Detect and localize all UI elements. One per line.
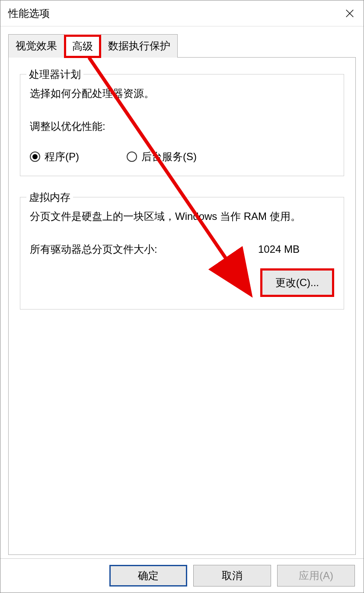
- processor-scheduling-group: 处理器计划 选择如何分配处理器资源。 调整以优化性能: 程序(P) 后台服务(S…: [20, 74, 344, 176]
- tab-dep[interactable]: 数据执行保护: [101, 34, 178, 58]
- radio-background-label: 后台服务(S): [141, 150, 197, 164]
- tab-advanced[interactable]: 高级: [64, 35, 101, 58]
- separator: [0, 558, 364, 559]
- radio-background[interactable]: 后台服务(S): [127, 150, 197, 164]
- titlebar: 性能选项: [0, 0, 364, 26]
- tab-visual-effects[interactable]: 视觉效果: [8, 34, 64, 58]
- close-icon: [345, 9, 354, 18]
- tab-bar: 视觉效果 高级 数据执行保护: [8, 34, 356, 58]
- radio-icon: [30, 151, 40, 162]
- processor-adjust-label: 调整以优化性能:: [30, 119, 334, 133]
- radio-programs[interactable]: 程序(P): [30, 150, 79, 164]
- vm-legend: 虚拟内存: [26, 190, 73, 204]
- processor-desc: 选择如何分配处理器资源。: [30, 87, 334, 100]
- cancel-button[interactable]: 取消: [193, 565, 271, 587]
- dialog-body: 视觉效果 高级 数据执行保护 处理器计划 选择如何分配处理器资源。 调整以优化性…: [0, 26, 364, 555]
- tab-content-advanced: 处理器计划 选择如何分配处理器资源。 调整以优化性能: 程序(P) 后台服务(S…: [8, 57, 356, 555]
- processor-legend: 处理器计划: [26, 68, 83, 81]
- radio-programs-label: 程序(P): [45, 150, 79, 164]
- vm-desc: 分页文件是硬盘上的一块区域，Windows 当作 RAM 使用。: [30, 209, 334, 223]
- window-title: 性能选项: [8, 6, 50, 20]
- vm-total-value: 1024 MB: [258, 243, 334, 255]
- dialog-button-row: 确定 取消 应用(A): [109, 565, 355, 587]
- virtual-memory-group: 虚拟内存 分页文件是硬盘上的一块区域，Windows 当作 RAM 使用。 所有…: [20, 197, 344, 309]
- apply-button: 应用(A): [277, 565, 355, 587]
- ok-button[interactable]: 确定: [109, 565, 187, 587]
- vm-change-wrap: 更改(C)...: [30, 268, 334, 297]
- performance-options-dialog: 性能选项 视觉效果 高级 数据执行保护 处理器计划 选择如何分配处理器资源。 调…: [0, 0, 364, 593]
- change-button[interactable]: 更改(C)...: [260, 268, 334, 297]
- vm-total-row: 所有驱动器总分页文件大小: 1024 MB: [30, 242, 334, 256]
- processor-radio-row: 程序(P) 后台服务(S): [30, 150, 334, 164]
- radio-icon: [127, 151, 137, 162]
- vm-total-label: 所有驱动器总分页文件大小:: [30, 242, 157, 256]
- close-button[interactable]: [341, 5, 358, 22]
